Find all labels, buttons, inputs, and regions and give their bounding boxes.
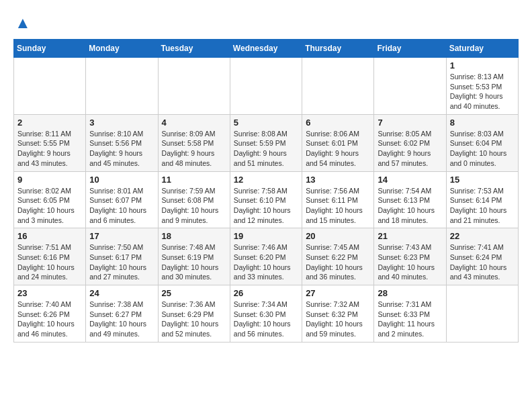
- calendar-cell: 17Sunrise: 7:50 AM Sunset: 6:17 PM Dayli…: [86, 228, 158, 285]
- calendar-week-row: 23Sunrise: 7:40 AM Sunset: 6:26 PM Dayli…: [14, 285, 519, 342]
- day-info: Sunrise: 7:31 AM Sunset: 6:33 PM Dayligh…: [378, 300, 442, 339]
- calendar-cell: 14Sunrise: 7:54 AM Sunset: 6:13 PM Dayli…: [374, 171, 446, 228]
- day-number: 25: [162, 288, 226, 298]
- day-number: 23: [17, 288, 82, 298]
- calendar-cell: [230, 58, 302, 115]
- bird-icon: ▲: [15, 13, 31, 32]
- calendar-cell: 13Sunrise: 7:56 AM Sunset: 6:11 PM Dayli…: [302, 171, 374, 228]
- day-number: 12: [234, 175, 298, 185]
- day-number: 26: [234, 288, 298, 298]
- day-info: Sunrise: 7:59 AM Sunset: 6:08 PM Dayligh…: [162, 186, 226, 226]
- col-friday: Friday: [374, 40, 446, 58]
- day-info: Sunrise: 7:34 AM Sunset: 6:30 PM Dayligh…: [234, 300, 298, 339]
- day-info: Sunrise: 8:05 AM Sunset: 6:02 PM Dayligh…: [378, 129, 442, 169]
- day-number: 2: [17, 118, 82, 128]
- day-number: 17: [89, 231, 154, 241]
- calendar-cell: 21Sunrise: 7:43 AM Sunset: 6:23 PM Dayli…: [374, 228, 446, 285]
- day-number: 7: [378, 118, 442, 128]
- day-number: 16: [17, 231, 82, 241]
- calendar-cell: 26Sunrise: 7:34 AM Sunset: 6:30 PM Dayli…: [230, 285, 302, 342]
- calendar-cell: 16Sunrise: 7:51 AM Sunset: 6:16 PM Dayli…: [14, 228, 86, 285]
- day-info: Sunrise: 7:41 AM Sunset: 6:24 PM Dayligh…: [450, 242, 515, 282]
- day-number: 24: [89, 288, 154, 298]
- day-info: Sunrise: 8:03 AM Sunset: 6:04 PM Dayligh…: [450, 129, 515, 169]
- calendar-cell: 10Sunrise: 8:01 AM Sunset: 6:07 PM Dayli…: [86, 171, 158, 228]
- col-thursday: Thursday: [302, 40, 374, 58]
- day-number: 15: [450, 175, 515, 185]
- day-number: 6: [306, 118, 370, 128]
- day-number: 3: [89, 118, 154, 128]
- calendar-cell: 9Sunrise: 8:02 AM Sunset: 6:05 PM Daylig…: [14, 171, 86, 228]
- day-number: 9: [17, 175, 82, 185]
- day-number: 10: [89, 175, 154, 185]
- calendar-cell: 6Sunrise: 8:06 AM Sunset: 6:01 PM Daylig…: [302, 114, 374, 171]
- calendar-cell: 5Sunrise: 8:08 AM Sunset: 5:59 PM Daylig…: [230, 114, 302, 171]
- day-number: 4: [162, 118, 226, 128]
- day-info: Sunrise: 7:38 AM Sunset: 6:27 PM Dayligh…: [89, 300, 154, 339]
- col-saturday: Saturday: [446, 40, 518, 58]
- calendar-cell: 1Sunrise: 8:13 AM Sunset: 5:53 PM Daylig…: [446, 58, 518, 115]
- calendar-cell: 20Sunrise: 7:45 AM Sunset: 6:22 PM Dayli…: [302, 228, 374, 285]
- day-info: Sunrise: 7:50 AM Sunset: 6:17 PM Dayligh…: [89, 242, 154, 282]
- calendar-cell: 22Sunrise: 7:41 AM Sunset: 6:24 PM Dayli…: [446, 228, 518, 285]
- calendar-cell: 28Sunrise: 7:31 AM Sunset: 6:33 PM Dayli…: [374, 285, 446, 342]
- day-info: Sunrise: 7:56 AM Sunset: 6:11 PM Dayligh…: [306, 186, 370, 226]
- day-info: Sunrise: 8:11 AM Sunset: 5:55 PM Dayligh…: [17, 129, 82, 169]
- calendar-cell: [374, 58, 446, 115]
- col-tuesday: Tuesday: [158, 40, 230, 58]
- day-number: 21: [378, 231, 442, 241]
- calendar-cell: 11Sunrise: 7:59 AM Sunset: 6:08 PM Dayli…: [158, 171, 230, 228]
- day-info: Sunrise: 7:46 AM Sunset: 6:20 PM Dayligh…: [234, 242, 298, 282]
- calendar-cell: 25Sunrise: 7:36 AM Sunset: 6:29 PM Dayli…: [158, 285, 230, 342]
- calendar-cell: 3Sunrise: 8:10 AM Sunset: 5:56 PM Daylig…: [86, 114, 158, 171]
- day-info: Sunrise: 7:32 AM Sunset: 6:32 PM Dayligh…: [306, 300, 370, 339]
- calendar-cell: [158, 58, 230, 115]
- day-info: Sunrise: 8:13 AM Sunset: 5:53 PM Dayligh…: [450, 72, 515, 111]
- calendar-cell: 15Sunrise: 7:53 AM Sunset: 6:14 PM Dayli…: [446, 171, 518, 228]
- day-info: Sunrise: 7:54 AM Sunset: 6:13 PM Dayligh…: [378, 186, 442, 226]
- calendar-cell: 12Sunrise: 7:58 AM Sunset: 6:10 PM Dayli…: [230, 171, 302, 228]
- day-number: 5: [234, 118, 298, 128]
- day-info: Sunrise: 8:01 AM Sunset: 6:07 PM Dayligh…: [89, 186, 154, 226]
- day-info: Sunrise: 8:08 AM Sunset: 5:59 PM Dayligh…: [234, 129, 298, 169]
- calendar-cell: [86, 58, 158, 115]
- page-header: ▲: [13, 13, 519, 32]
- day-info: Sunrise: 7:53 AM Sunset: 6:14 PM Dayligh…: [450, 186, 515, 226]
- calendar-cell: 27Sunrise: 7:32 AM Sunset: 6:32 PM Dayli…: [302, 285, 374, 342]
- day-info: Sunrise: 7:58 AM Sunset: 6:10 PM Dayligh…: [234, 186, 298, 226]
- col-wednesday: Wednesday: [230, 40, 302, 58]
- calendar-cell: [14, 58, 86, 115]
- day-info: Sunrise: 7:40 AM Sunset: 6:26 PM Dayligh…: [17, 300, 82, 339]
- calendar-cell: 2Sunrise: 8:11 AM Sunset: 5:55 PM Daylig…: [14, 114, 86, 171]
- day-info: Sunrise: 8:09 AM Sunset: 5:58 PM Dayligh…: [162, 129, 226, 169]
- day-number: 20: [306, 231, 370, 241]
- col-sunday: Sunday: [14, 40, 86, 58]
- day-number: 28: [378, 288, 442, 298]
- calendar-header-row: Sunday Monday Tuesday Wednesday Thursday…: [14, 40, 519, 58]
- calendar-cell: [302, 58, 374, 115]
- col-monday: Monday: [86, 40, 158, 58]
- calendar-cell: 7Sunrise: 8:05 AM Sunset: 6:02 PM Daylig…: [374, 114, 446, 171]
- day-number: 19: [234, 231, 298, 241]
- day-info: Sunrise: 8:02 AM Sunset: 6:05 PM Dayligh…: [17, 186, 82, 226]
- day-number: 18: [162, 231, 226, 241]
- calendar-cell: 4Sunrise: 8:09 AM Sunset: 5:58 PM Daylig…: [158, 114, 230, 171]
- day-number: 27: [306, 288, 370, 298]
- logo: ▲: [13, 13, 31, 32]
- day-number: 8: [450, 118, 515, 128]
- calendar-cell: 24Sunrise: 7:38 AM Sunset: 6:27 PM Dayli…: [86, 285, 158, 342]
- calendar-table: Sunday Monday Tuesday Wednesday Thursday…: [13, 39, 519, 342]
- calendar-cell: 8Sunrise: 8:03 AM Sunset: 6:04 PM Daylig…: [446, 114, 518, 171]
- calendar-cell: 18Sunrise: 7:48 AM Sunset: 6:19 PM Dayli…: [158, 228, 230, 285]
- day-info: Sunrise: 7:36 AM Sunset: 6:29 PM Dayligh…: [162, 300, 226, 339]
- day-info: Sunrise: 8:10 AM Sunset: 5:56 PM Dayligh…: [89, 129, 154, 169]
- calendar-week-row: 2Sunrise: 8:11 AM Sunset: 5:55 PM Daylig…: [14, 114, 519, 171]
- calendar-cell: [446, 285, 518, 342]
- day-number: 22: [450, 231, 515, 241]
- calendar-cell: 19Sunrise: 7:46 AM Sunset: 6:20 PM Dayli…: [230, 228, 302, 285]
- calendar-week-row: 9Sunrise: 8:02 AM Sunset: 6:05 PM Daylig…: [14, 171, 519, 228]
- day-number: 14: [378, 175, 442, 185]
- calendar-week-row: 16Sunrise: 7:51 AM Sunset: 6:16 PM Dayli…: [14, 228, 519, 285]
- day-info: Sunrise: 8:06 AM Sunset: 6:01 PM Dayligh…: [306, 129, 370, 169]
- calendar-week-row: 1Sunrise: 8:13 AM Sunset: 5:53 PM Daylig…: [14, 58, 519, 115]
